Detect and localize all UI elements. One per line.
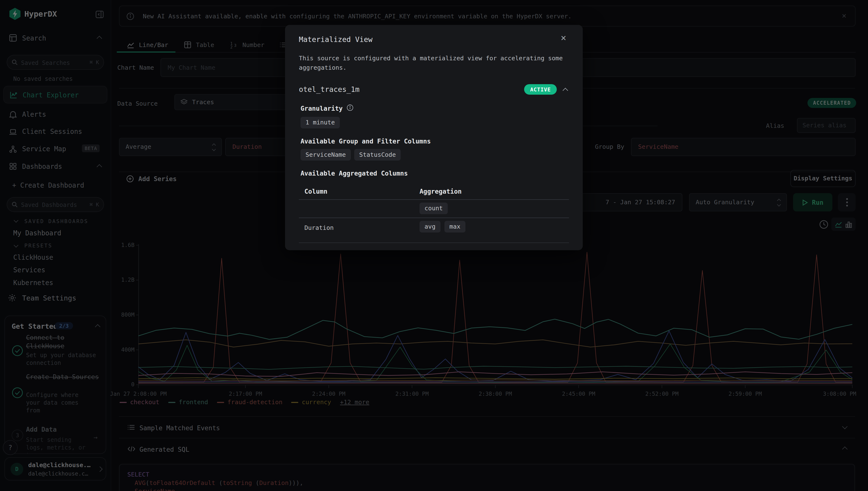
group-filter-chip: ServiceName xyxy=(300,149,351,161)
view-name: otel_traces_1m xyxy=(299,85,360,93)
active-status-badge: ACTIVE xyxy=(524,84,557,95)
aggregation-chip: count xyxy=(420,203,448,214)
granularity-label: Granularity xyxy=(300,105,342,112)
table-header-column: Column xyxy=(304,187,327,195)
aggregated-label: Available Aggregated Columns xyxy=(300,169,408,177)
aggregation-chip: max xyxy=(444,221,465,232)
group-filter-label: Available Group and Filter Columns xyxy=(300,137,430,145)
modal-close-icon[interactable]: × xyxy=(561,32,566,43)
aggregation-chip: avg xyxy=(420,221,441,232)
granularity-chip: 1 minute xyxy=(300,117,340,128)
table-divider xyxy=(299,242,569,243)
table-divider xyxy=(299,218,569,218)
hyperdx-app: HyperDX Search Saved Searches ⌘ K No sav… xyxy=(0,0,868,491)
view-collapse-chevron-icon[interactable] xyxy=(563,88,568,93)
info-icon xyxy=(347,104,354,111)
table-header-aggregation: Aggregation xyxy=(420,187,462,195)
modal-description: This source is configured with a materia… xyxy=(299,54,571,73)
table-row-column: Duration xyxy=(304,224,334,232)
group-filter-chip: StatusCode xyxy=(354,149,401,161)
table-divider xyxy=(299,199,569,200)
modal-title: Materialized View xyxy=(299,35,372,44)
materialized-view-modal: Materialized View × This source is confi… xyxy=(285,25,583,250)
